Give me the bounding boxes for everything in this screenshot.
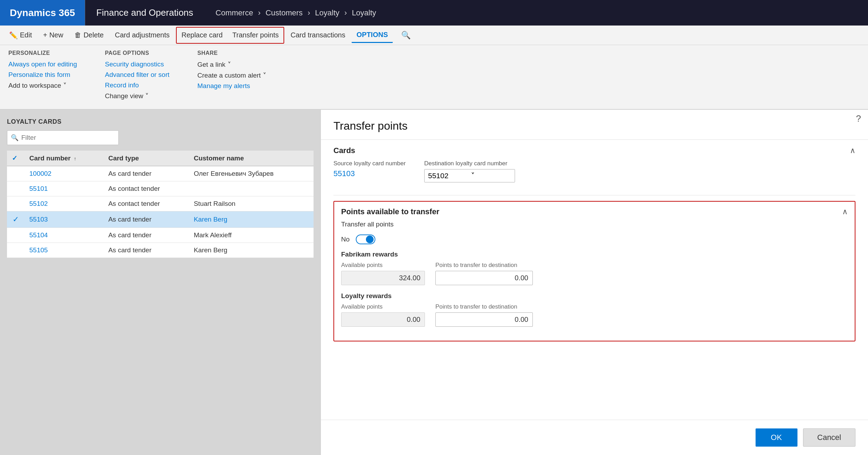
cards-section-header[interactable]: Cards ∧: [333, 140, 855, 160]
customer-name-cell: Karen Berg: [189, 243, 314, 258]
filter-search-icon: 🔍: [11, 134, 19, 142]
row-check: [7, 181, 24, 196]
points-section-title: Points available to transfer: [341, 207, 439, 216]
loyalty-available-field: Available points 0.00: [341, 303, 425, 327]
change-view-item[interactable]: Change view ˅: [105, 92, 169, 100]
advanced-filter-item[interactable]: Advanced filter or sort: [105, 71, 169, 79]
filter-bar: 🔍: [7, 130, 119, 145]
edit-button[interactable]: ✏️ Edit: [4, 28, 37, 43]
table-row[interactable]: 55102 As contact tender Stuart Railson: [7, 196, 314, 211]
loyalty-points-row: Available points 0.00 Points to transfer…: [341, 303, 848, 327]
plus-icon: +: [43, 31, 47, 39]
row-check: [7, 228, 24, 243]
card-number-cell[interactable]: 55105: [24, 243, 103, 258]
card-type-cell: As card tender: [103, 211, 189, 228]
select-chevron-down-icon: ˅: [471, 172, 511, 180]
cards-chevron-up-icon: ∧: [850, 146, 855, 155]
table-row[interactable]: 55101 As contact tender: [7, 181, 314, 196]
card-type-cell: As card tender: [103, 228, 189, 243]
transfer-all-toggle[interactable]: [356, 234, 375, 244]
card-type-cell: As contact tender: [103, 196, 189, 211]
loyalty-destination-field: Points to transfer to destination: [435, 303, 533, 327]
new-button[interactable]: + New: [38, 28, 68, 43]
security-diagnostics-item[interactable]: Security diagnostics: [105, 60, 169, 68]
loyalty-cards-table: ✓ Card number ↑ Card type Customer name …: [7, 151, 314, 258]
chevron-down-icon: ˅: [228, 60, 231, 68]
card-number-cell[interactable]: 55102: [24, 196, 103, 211]
table-row[interactable]: 100002 As card tender Олег Евгеньевич Зу…: [7, 166, 314, 181]
toggle-row: No: [341, 234, 848, 244]
source-card-group: Source loyalty card number 55103: [333, 160, 410, 182]
column-check: ✓: [7, 151, 24, 166]
panel-title: Transfer points: [333, 120, 855, 132]
customer-name-cell: [189, 181, 314, 196]
cards-section: Cards ∧ Source loyalty card number 55103…: [333, 140, 855, 195]
manage-alerts-item[interactable]: Manage my alerts: [197, 82, 266, 90]
edit-icon: ✏️: [9, 31, 18, 39]
panel-body: Cards ∧ Source loyalty card number 55103…: [321, 140, 868, 420]
table-row[interactable]: 55105 As card tender Karen Berg: [7, 243, 314, 258]
card-number-cell[interactable]: 100002: [24, 166, 103, 181]
replace-card-button[interactable]: Replace card: [177, 28, 228, 43]
fo-title: Finance and Operations: [85, 0, 205, 26]
fabrikam-destination-input[interactable]: [435, 271, 533, 285]
destination-card-select[interactable]: 55102 ˅: [424, 169, 515, 182]
left-panel: LOYALTY CARDS 🔍 ✓ Card number ↑ Card typ…: [0, 110, 321, 455]
get-link-item[interactable]: Get a link ˅: [197, 60, 266, 68]
personalize-title: PERSONALIZE: [8, 50, 77, 56]
card-number-cell[interactable]: 55103: [24, 211, 103, 228]
toolbar: ✏️ Edit + New 🗑 Delete Card adjustments …: [0, 26, 868, 45]
card-fields-row: Source loyalty card number 55103 Destina…: [333, 160, 855, 182]
top-nav: Dynamics 365 Finance and Operations Comm…: [0, 0, 868, 26]
chevron-down-icon: ˅: [63, 81, 67, 89]
filter-input[interactable]: [21, 134, 115, 142]
loyalty-available-value: 0.00: [341, 312, 425, 327]
help-icon[interactable]: ?: [856, 113, 861, 124]
record-info-item[interactable]: Record info: [105, 81, 169, 89]
table-row[interactable]: ✓ 55103 As card tender Karen Berg: [7, 211, 314, 228]
cards-section-title: Cards: [333, 146, 355, 155]
card-adjustments-button[interactable]: Card adjustments: [110, 28, 175, 43]
breadcrumb: Commerce › Customers › Loyalty › Loyalty: [204, 8, 387, 17]
search-icon: 🔍: [401, 31, 411, 39]
loyalty-destination-input[interactable]: [435, 312, 533, 327]
ok-button[interactable]: OK: [756, 428, 797, 447]
cancel-button[interactable]: Cancel: [803, 428, 855, 447]
points-section-header[interactable]: Points available to transfer ∧: [341, 202, 848, 221]
personalize-section: PERSONALIZE Always open for editing Pers…: [8, 50, 77, 103]
loyalty-destination-label: Points to transfer to destination: [435, 303, 533, 310]
card-number-cell[interactable]: 55104: [24, 228, 103, 243]
main-area: LOYALTY CARDS 🔍 ✓ Card number ↑ Card typ…: [0, 110, 868, 455]
toggle-knob: [366, 236, 374, 243]
transfer-points-button[interactable]: Transfer points: [228, 28, 284, 43]
add-to-workspace-item[interactable]: Add to workspace ˅: [8, 81, 77, 89]
chevron-down-icon: ˅: [263, 71, 266, 79]
dynamics-logo: Dynamics 365: [0, 0, 85, 26]
cards-content: Source loyalty card number 55103 Destina…: [333, 160, 855, 195]
share-title: SHARE: [197, 50, 266, 56]
sort-up-icon: ↑: [74, 156, 76, 161]
card-number-cell[interactable]: 55101: [24, 181, 103, 196]
search-button[interactable]: 🔍: [397, 29, 415, 42]
always-open-item[interactable]: Always open for editing: [8, 60, 77, 68]
fabrikam-available-value: 324.00: [341, 271, 425, 285]
card-type-cell: As contact tender: [103, 181, 189, 196]
row-check: ✓: [7, 211, 24, 228]
points-chevron-up-icon: ∧: [842, 207, 848, 216]
destination-card-group: Destination loyalty card number 55102 ˅: [424, 160, 515, 182]
custom-alert-item[interactable]: Create a custom alert ˅: [197, 71, 266, 79]
right-panel: ? Transfer points Cards ∧ Source loyalty…: [321, 110, 868, 455]
column-card-number[interactable]: Card number ↑: [24, 151, 103, 166]
personalize-form-item[interactable]: Personalize this form: [8, 71, 77, 79]
delete-button[interactable]: 🗑 Delete: [69, 28, 109, 43]
options-button[interactable]: OPTIONS: [352, 28, 393, 43]
fabrikam-destination-label: Points to transfer to destination: [435, 262, 533, 269]
fabrikam-available-field: Available points 324.00: [341, 262, 425, 285]
column-card-type[interactable]: Card type: [103, 151, 189, 166]
card-type-cell: As card tender: [103, 243, 189, 258]
customer-name-cell: Stuart Railson: [189, 196, 314, 211]
column-customer-name[interactable]: Customer name: [189, 151, 314, 166]
card-transactions-button[interactable]: Card transactions: [286, 28, 350, 43]
row-check: [7, 196, 24, 211]
table-row[interactable]: 55104 As card tender Mark Alexieff: [7, 228, 314, 243]
